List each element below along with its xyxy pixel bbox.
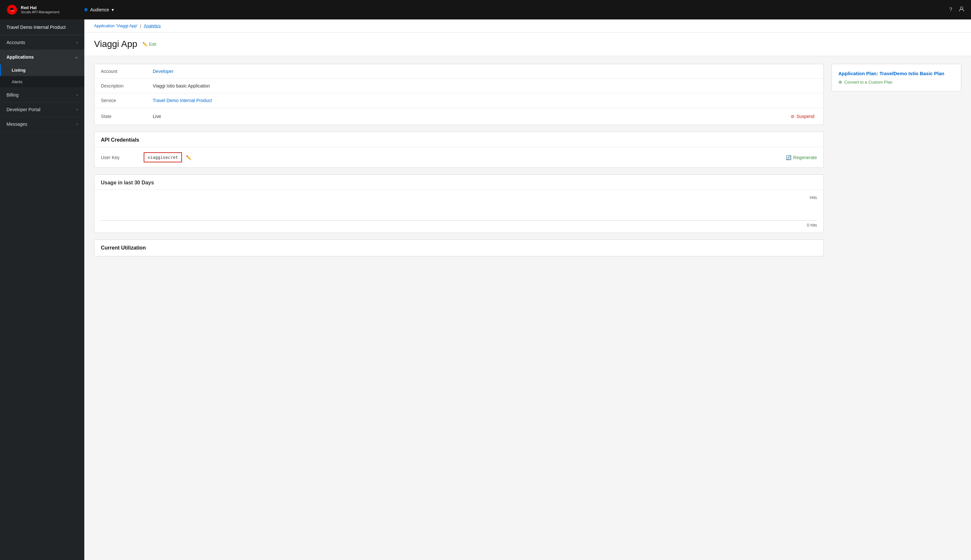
app-details-card: Account Developer Description Viaggi Ist… bbox=[94, 64, 824, 125]
usage-card: Usage in last 30 Days Hits 0 hits bbox=[94, 174, 824, 233]
state-row: State Live ⊘ Suspend bbox=[94, 108, 824, 125]
service-value-link[interactable]: Travel Demo Internal Product bbox=[153, 98, 212, 103]
sidebar-item-applications[interactable]: Applications ⌄ bbox=[0, 50, 84, 65]
credentials-row: User Key viaggisecret ✏️ 🔄 Regenerate bbox=[94, 147, 824, 168]
user-key-value[interactable]: viaggisecret bbox=[144, 152, 182, 162]
current-utilization-body: Current Utilization bbox=[94, 240, 824, 256]
api-credentials-card: API Credentials User Key viaggisecret ✏️… bbox=[94, 132, 824, 168]
convert-icon: ⊕ bbox=[838, 79, 842, 85]
content-side: Application Plan: TravelDemo Istio Basic… bbox=[832, 64, 961, 256]
chart-value: 0 hits bbox=[101, 223, 817, 228]
suspend-label: Suspend bbox=[797, 114, 814, 119]
chart-baseline bbox=[101, 220, 817, 221]
description-row: Description Viaggi Istio basic Applicati… bbox=[94, 79, 824, 93]
page-title: Viaggi App bbox=[94, 39, 137, 49]
sidebar-item-accounts[interactable]: Accounts bbox=[0, 35, 84, 50]
sidebar-developer-portal-chevron-icon bbox=[77, 107, 78, 112]
convert-plan-link[interactable]: ⊕ Convert to a Custom Plan bbox=[838, 79, 954, 85]
service-row: Service Travel Demo Internal Product bbox=[94, 93, 824, 108]
suspend-button[interactable]: ⊘ Suspend bbox=[788, 112, 817, 120]
sidebar-item-accounts-label: Accounts bbox=[7, 40, 25, 45]
sidebar-item-developer-portal[interactable]: Developer Portal bbox=[0, 102, 84, 117]
api-credentials-title: API Credentials bbox=[94, 132, 824, 147]
regenerate-label: Regenerate bbox=[793, 155, 817, 160]
audience-switcher[interactable]: Audience bbox=[84, 7, 114, 12]
content-area: Account Developer Description Viaggi Ist… bbox=[84, 56, 971, 264]
account-value-link[interactable]: Developer bbox=[153, 69, 174, 74]
service-label: Service bbox=[94, 93, 146, 108]
chart-hits-label: Hits bbox=[101, 195, 817, 200]
sidebar-item-messages[interactable]: Messages bbox=[0, 117, 84, 132]
regenerate-icon: 🔄 bbox=[786, 155, 791, 160]
page-header: Viaggi App ✏️ Edit bbox=[84, 32, 971, 56]
sidebar-item-messages-label: Messages bbox=[7, 122, 27, 127]
sidebar: Travel Demo Internal Product Accounts Ap… bbox=[0, 20, 84, 560]
app-details-table: Account Developer Description Viaggi Ist… bbox=[94, 64, 824, 125]
brand-sub: 3scale API Management bbox=[21, 10, 59, 14]
edit-key-icon[interactable]: ✏️ bbox=[186, 155, 191, 160]
breadcrumb: Application 'Viaggi App' | Analytics bbox=[84, 20, 971, 32]
user-key-label: User Key bbox=[101, 155, 140, 160]
pencil-icon: ✏️ bbox=[142, 42, 147, 47]
sidebar-item-billing-label: Billing bbox=[7, 92, 18, 98]
sidebar-applications-chevron-icon: ⌄ bbox=[75, 55, 78, 59]
sidebar-accounts-chevron-icon bbox=[77, 40, 78, 45]
sidebar-item-billing[interactable]: Billing bbox=[0, 88, 84, 102]
account-row: Account Developer bbox=[94, 64, 824, 79]
sidebar-sub-item-listing[interactable]: Listing bbox=[0, 65, 84, 76]
suspend-icon: ⊘ bbox=[791, 114, 795, 119]
state-label: State bbox=[94, 108, 146, 125]
audience-dot bbox=[84, 8, 88, 11]
help-icon[interactable]: ? bbox=[949, 7, 952, 13]
state-value-row: Live ⊘ Suspend bbox=[153, 112, 817, 120]
app-plan-card: Application Plan: TravelDemo Istio Basic… bbox=[832, 64, 961, 92]
breadcrumb-separator: | bbox=[140, 23, 141, 28]
regenerate-button[interactable]: 🔄 Regenerate bbox=[786, 155, 817, 160]
breadcrumb-app-link[interactable]: Application 'Viaggi App' bbox=[94, 23, 137, 28]
sidebar-applications-submenu: Listing Alerts bbox=[0, 65, 84, 88]
usage-chart-area: Hits 0 hits bbox=[94, 190, 824, 233]
usage-title: Usage in last 30 Days bbox=[94, 175, 824, 190]
top-nav: Red Hat 3scale API Management Audience ? bbox=[0, 0, 971, 20]
content-main: Account Developer Description Viaggi Ist… bbox=[94, 64, 824, 256]
sidebar-messages-chevron-icon bbox=[77, 122, 78, 127]
state-value: Live bbox=[153, 114, 161, 119]
audience-label: Audience bbox=[90, 7, 109, 12]
sidebar-item-developer-portal-label: Developer Portal bbox=[7, 107, 40, 112]
edit-button[interactable]: ✏️ Edit bbox=[142, 42, 156, 47]
current-utilization-card: Current Utilization bbox=[94, 240, 824, 256]
convert-label: Convert to a Custom Plan bbox=[844, 80, 892, 85]
breadcrumb-analytics-link[interactable]: Analytics bbox=[144, 23, 161, 28]
sidebar-product: Travel Demo Internal Product bbox=[0, 20, 84, 35]
account-label: Account bbox=[94, 64, 146, 79]
description-value: Viaggi Istio basic Application bbox=[146, 79, 824, 93]
description-label: Description bbox=[94, 79, 146, 93]
sidebar-sub-item-alerts[interactable]: Alerts bbox=[0, 76, 84, 88]
brand: Red Hat 3scale API Management bbox=[7, 4, 75, 15]
user-icon[interactable] bbox=[959, 6, 964, 13]
audience-chevron-icon bbox=[112, 7, 114, 12]
main-content: Application 'Viaggi App' | Analytics Via… bbox=[84, 20, 971, 560]
chart-bar-area bbox=[101, 201, 817, 221]
top-nav-icons: ? bbox=[949, 6, 964, 13]
sidebar-billing-chevron-icon bbox=[77, 93, 78, 97]
app-plan-title[interactable]: Application Plan: TravelDemo Istio Basic… bbox=[838, 71, 954, 76]
brand-name: Red Hat bbox=[21, 5, 59, 10]
svg-point-1 bbox=[960, 7, 963, 9]
current-utilization-title: Current Utilization bbox=[101, 245, 817, 251]
sidebar-item-applications-label: Applications bbox=[7, 55, 34, 60]
redhat-logo bbox=[7, 4, 18, 15]
brand-text: Red Hat 3scale API Management bbox=[21, 5, 59, 15]
